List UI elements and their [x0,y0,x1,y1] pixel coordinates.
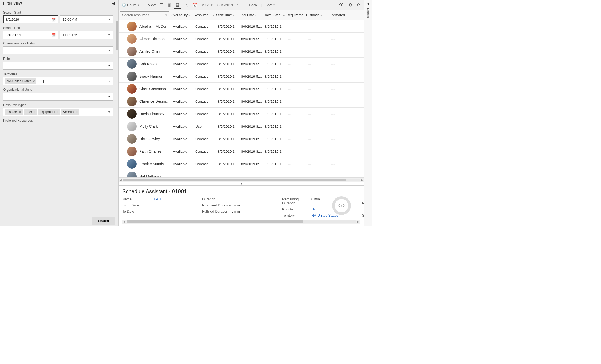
search-start-time-input[interactable]: 12:00 AM ▼ [60,15,113,23]
table-row[interactable]: Ashley ChinnAvailableContact8/9/2019 1..… [119,45,364,58]
avatar [127,72,137,81]
table-row[interactable]: Davis FlournoyAvailableContact8/9/2019 1… [119,108,364,120]
avatar [127,172,137,177]
resource-name: Faith Charles [139,149,172,154]
resource-name: Frankie Mundy [139,162,172,166]
table-row[interactable]: Frankie MundyAvailableContact8/9/2019 1.… [119,158,364,170]
progress-ring: 0 / 0 [332,196,351,215]
calendar-icon[interactable]: 📅 [51,33,56,37]
details-tab[interactable]: ◀ Details [364,0,372,226]
resource-type-tag[interactable]: Equipment ✕ [38,109,60,115]
eye-icon[interactable]: 👁 [338,1,345,9]
resource-name: Cheri Castaneda [139,87,172,91]
table-row[interactable]: Cheri CastanedaAvailableContact8/9/2019 … [119,83,364,95]
resource-name: Ashley Chinn [139,49,172,53]
column-distance[interactable]: Distance⌄ [305,13,328,17]
table-row[interactable]: Brady HannonAvailableContact8/9/2019 1..… [119,70,364,83]
view-label: View [148,2,156,8]
chevron-down-icon[interactable]: ▼ [164,14,167,16]
territory-tag[interactable]: NA-United States ✕ [5,78,36,84]
characteristics-select[interactable]: ▼ [3,46,113,54]
remove-tag-icon[interactable]: ✕ [33,80,35,83]
avatar [127,122,137,131]
org-units-select[interactable]: ▼ [3,93,113,101]
calendar-icon[interactable]: 📅 [51,18,56,22]
table-row[interactable]: Allison DicksonAvailableContact8/9/2019 … [119,33,364,45]
view-columns-icon[interactable]: ▥ [166,1,172,9]
table-row[interactable]: Faith CharlesAvailableContact8/9/2019 1.… [119,145,364,158]
territories-input[interactable]: NA-United States ✕ ▼ I [3,77,113,85]
scroll-right-icon[interactable]: ▶ [361,179,363,181]
table-row[interactable]: Dick CowleyAvailableContact8/9/2019 1...… [119,133,364,145]
avatar [127,22,137,31]
detail-title: Schedule Assistant - 01901 [122,188,360,195]
collapse-filter-icon[interactable]: ◀ [112,1,115,5]
search-end-time-input[interactable]: 11:59 PM ▼ [60,31,113,39]
filter-scrollbar[interactable] [116,6,118,215]
table-body[interactable]: Abraham McCor...AvailableContact8/9/2019… [119,20,364,177]
table-row[interactable]: Hal Matheson [119,170,364,177]
name-link[interactable]: 01901 [152,197,161,201]
search-button[interactable]: Search [92,217,115,225]
resource-name: Brady Hannon [139,74,172,78]
scroll-right-icon[interactable]: ▶ [357,220,359,223]
detail-pane: Schedule Assistant - 01901 Name01901 Fro… [119,185,364,226]
toolbar: 🕓 Hours ▼ | View ☰ ▥ ▦ 〈 📅 8/9/2019 - 8/… [119,0,364,10]
clock-icon: 🕓 [122,3,126,7]
search-start-date-input[interactable]: 8/9/2019 📅 [3,15,58,23]
column-availability[interactable]: Availability⌄ [170,13,193,17]
column-requirement[interactable]: Requireme...⌄ [285,13,305,17]
filter-title: Filter View [3,1,22,5]
chevron-down-icon: ▼ [108,95,111,98]
table-row[interactable]: Bob KozakAvailableContact8/9/2019 1...8/… [119,58,364,70]
horizontal-scrollbar[interactable]: ◀ ▶ [119,177,364,182]
gear-icon[interactable]: ⚙ [347,1,353,9]
view-list-icon[interactable]: ☰ [158,1,164,9]
hours-dropdown[interactable]: 🕓 Hours ▼ [121,2,140,8]
resource-type-tag[interactable]: Account ✕ [61,109,79,115]
next-icon[interactable]: 〉 [235,1,241,9]
prev-icon[interactable]: 〈 [183,1,189,9]
chevron-down-icon: ▼ [273,4,275,6]
remove-tag-icon[interactable]: ✕ [19,110,21,114]
scroll-left-icon[interactable]: ◀ [123,220,125,223]
resource-name: Molly Clark [139,124,172,129]
sort-dropdown[interactable]: Sort ▼ [265,2,276,8]
remove-tag-icon[interactable]: ✕ [75,110,78,114]
resource-type-tag[interactable]: Contact ✕ [5,109,23,115]
calendar-icon[interactable]: 📅 [191,1,199,9]
search-end-date-input[interactable]: 8/15/2019 📅 [3,31,58,39]
priority-link[interactable]: High [311,207,319,211]
preferred-resources-label: Preferred Resources [3,119,113,122]
date-range-label: 8/9/2019 - 8/15/2019 [201,3,233,7]
scroll-left-icon[interactable]: ◀ [120,179,122,181]
column-start-time[interactable]: Start Time⌄ [215,13,238,17]
book-button[interactable]: Book [249,2,258,8]
table-row[interactable]: Abraham McCor...AvailableContact8/9/2019… [119,20,364,33]
view-grid-icon[interactable]: ▦ [174,1,181,9]
table-row[interactable]: Clarence Desimo...AvailableContact8/9/20… [119,95,364,108]
text-cursor-icon: I [43,80,43,84]
remove-tag-icon[interactable]: ✕ [56,110,59,114]
column-estimated[interactable]: Estimated ...⌄ [328,13,350,17]
column-travel-start[interactable]: Travel Star...⌄ [262,13,285,17]
roles-select[interactable]: ▼ [3,62,113,70]
avatar [127,97,137,106]
search-end-label: Search End [3,26,113,30]
resource-name: Hal Matheson [139,174,172,177]
column-resource-type[interactable]: Resource ...⌄ [193,13,215,17]
drawer-toggle[interactable]: ▼ [119,182,364,185]
table-row[interactable]: Molly ClarkAvailableUser8/9/2019 1...8/9… [119,120,364,133]
territory-link[interactable]: NA-United States [311,213,338,217]
resource-type-tag[interactable]: User ✕ [24,109,37,115]
column-end-time[interactable]: End Time⌄ [238,13,262,17]
remove-tag-icon[interactable]: ✕ [33,110,36,114]
chevron-down-icon: ▼ [108,34,111,36]
refresh-icon[interactable]: ⟳ [356,1,362,9]
detail-scrollbar[interactable]: ◀ ▶ [122,220,360,224]
search-resources-input[interactable]: ▼ [120,11,169,19]
territories-label: Territories [3,72,113,76]
resource-types-input[interactable]: Contact ✕User ✕Equipment ✕Account ✕▼ [3,108,113,116]
avatar [127,47,137,56]
resource-types-label: Resource Types [3,103,113,107]
